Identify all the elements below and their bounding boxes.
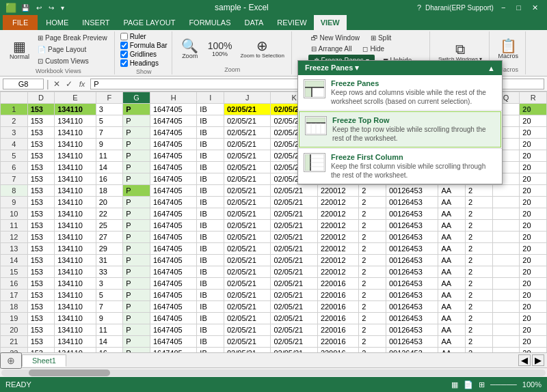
cell[interactable]: 00126453	[386, 313, 438, 324]
sheet-tab-sheet1[interactable]: Sheet1	[22, 354, 66, 367]
cell[interactable]: 00126453	[386, 232, 438, 243]
cell[interactable]: 220012	[317, 185, 358, 197]
gridlines-checkbox[interactable]	[120, 51, 128, 58]
page-break-preview-btn[interactable]: ⊞ Page Break Preview	[35, 33, 110, 43]
cell[interactable]: IB	[197, 185, 224, 197]
col-e[interactable]: E	[55, 92, 96, 104]
cell[interactable]: 2	[359, 290, 386, 301]
cell[interactable]: 02/05/21	[224, 197, 270, 208]
tab-home[interactable]: HOME	[39, 15, 75, 30]
cell[interactable]: 2	[466, 290, 493, 301]
cell[interactable]: 153	[27, 208, 55, 220]
cell[interactable]: P	[123, 232, 150, 243]
tab-view[interactable]: VIEW	[314, 15, 347, 30]
cell[interactable]: 134110	[55, 348, 96, 353]
add-sheet-btn[interactable]: ⊕	[0, 352, 22, 369]
col-i[interactable]: I	[197, 92, 224, 104]
cell[interactable]: IB	[197, 173, 224, 185]
cell[interactable]: 134110	[55, 139, 96, 150]
cell[interactable]: 2	[359, 208, 386, 220]
cell[interactable]: 29	[96, 243, 123, 255]
row-number[interactable]: 11	[1, 220, 28, 232]
cell[interactable]: 02/05/21	[271, 255, 317, 266]
cell[interactable]: 00126453	[386, 266, 438, 278]
cell[interactable]: P	[123, 266, 150, 278]
cell[interactable]: P	[123, 313, 150, 324]
cell[interactable]: 2	[359, 324, 386, 336]
customize-quick-btn[interactable]: ▾	[59, 3, 66, 13]
name-box[interactable]	[3, 79, 44, 89]
cell[interactable]: 2	[466, 301, 493, 313]
tab-data[interactable]: DATA	[238, 15, 271, 30]
cell[interactable]: 20	[520, 115, 547, 127]
cell[interactable]: 2	[359, 255, 386, 266]
cell[interactable]: 33	[96, 266, 123, 278]
cell[interactable]: 20	[520, 336, 547, 348]
col-g[interactable]: G	[123, 92, 150, 104]
ruler-checkbox[interactable]	[120, 33, 128, 40]
cell[interactable]: AA	[438, 266, 466, 278]
cell[interactable]: 20	[96, 197, 123, 208]
cell[interactable]: 220016	[317, 290, 358, 301]
cell[interactable]: 1647405	[150, 243, 196, 255]
cell[interactable]	[492, 243, 520, 255]
cell[interactable]: 153	[27, 313, 55, 324]
cell[interactable]: 2	[466, 232, 493, 243]
row-number[interactable]: 1	[1, 104, 28, 115]
cell[interactable]: 20	[520, 139, 547, 150]
cell[interactable]: 220012	[317, 255, 358, 266]
cell[interactable]: 153	[27, 115, 55, 127]
col-r[interactable]: R	[520, 92, 547, 104]
cell[interactable]: 2	[466, 255, 493, 266]
cell[interactable]: 1647405	[150, 266, 196, 278]
cell[interactable]	[492, 185, 520, 197]
check-icon[interactable]: ✓	[64, 79, 74, 89]
cell[interactable]: 02/05/21	[224, 278, 270, 290]
row-number[interactable]: 18	[1, 301, 28, 313]
gridlines-checkbox-label[interactable]: Gridlines	[120, 51, 168, 58]
tab-page-layout[interactable]: PAGE LAYOUT	[116, 15, 182, 30]
cell[interactable]: 02/05/21	[224, 173, 270, 185]
cell[interactable]	[492, 232, 520, 243]
cell[interactable]: 20	[520, 127, 547, 139]
cell[interactable]: 16	[96, 348, 123, 353]
cell[interactable]: 220012	[317, 232, 358, 243]
cell[interactable]: 2	[466, 266, 493, 278]
row-number[interactable]: 7	[1, 173, 28, 185]
cell[interactable]	[492, 208, 520, 220]
col-d[interactable]: D	[27, 92, 55, 104]
view-break-icon[interactable]: ⊞	[479, 380, 485, 389]
cell[interactable]: P	[123, 139, 150, 150]
row-number[interactable]: 21	[1, 336, 28, 348]
cell[interactable]: 134110	[55, 255, 96, 266]
cell[interactable]: 00126453	[386, 278, 438, 290]
cell[interactable]: 2	[359, 313, 386, 324]
cell[interactable]: 220016	[317, 301, 358, 313]
cell[interactable]: 1647405	[150, 104, 196, 115]
cell[interactable]: 153	[27, 336, 55, 348]
cell[interactable]: 1647405	[150, 127, 196, 139]
cell[interactable]: 02/05/21	[224, 185, 270, 197]
cell[interactable]: 02/05/21	[224, 232, 270, 243]
cell[interactable]: 220016	[317, 324, 358, 336]
cell[interactable]: 31	[96, 255, 123, 266]
cell[interactable]: 2	[466, 336, 493, 348]
cell[interactable]: 1647405	[150, 197, 196, 208]
cell[interactable]: 00126453	[386, 220, 438, 232]
row-number[interactable]: 8	[1, 185, 28, 197]
page-layout-view-btn[interactable]: 📄 Page Layout	[35, 44, 110, 55]
cell[interactable]: IB	[197, 139, 224, 150]
cell[interactable]: P	[123, 127, 150, 139]
close-btn[interactable]: ✕	[529, 3, 542, 13]
cell[interactable]: 134110	[55, 243, 96, 255]
cell[interactable]: 27	[96, 232, 123, 243]
dropdown-close-icon[interactable]: ▲	[488, 64, 495, 72]
cell[interactable]: IB	[197, 290, 224, 301]
cell[interactable]: 153	[27, 220, 55, 232]
cell[interactable]: IB	[197, 243, 224, 255]
cell[interactable]: 11	[96, 324, 123, 336]
cell[interactable]: 14	[96, 336, 123, 348]
cell[interactable]: 2	[359, 243, 386, 255]
new-window-btn[interactable]: 🗗 New Window	[308, 33, 362, 43]
row-number[interactable]: 12	[1, 232, 28, 243]
